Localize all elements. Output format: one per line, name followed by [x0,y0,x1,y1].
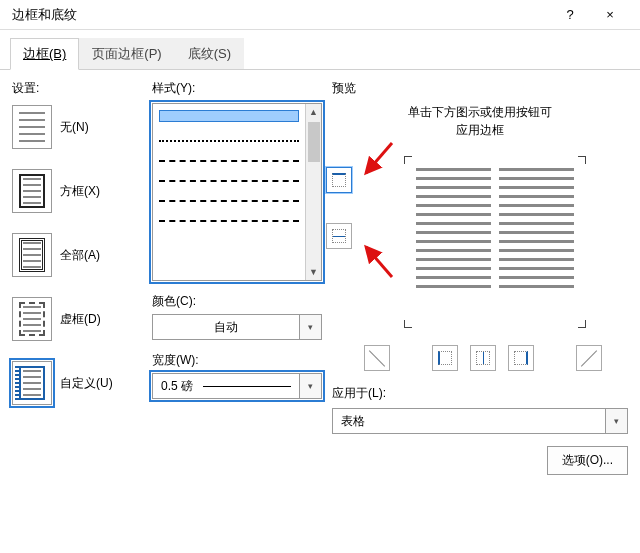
style-scrollbar[interactable]: ▲ ▼ [305,104,321,280]
style-dashdot[interactable] [159,200,299,202]
scroll-up-icon[interactable]: ▲ [309,104,318,120]
width-preview-line [203,386,291,387]
color-dropdown[interactable]: 自动 ▾ [152,314,322,340]
all-icon [12,233,52,277]
settings-column: 设置: 无(N) 方框(X) 全部(A) 虚框(D) [12,80,142,475]
border-left-button[interactable] [432,345,458,371]
chevron-down-icon: ▾ [299,374,321,398]
options-button[interactable]: 选项(O)... [547,446,628,475]
tab-page-border[interactable]: 页面边框(P) [79,38,174,69]
none-icon [12,105,52,149]
chevron-down-icon: ▾ [299,315,321,339]
style-dashed[interactable] [159,180,299,182]
preview-column: 预览 单击下方图示或使用按钮可 应用边框 [332,80,628,475]
preview-hint: 单击下方图示或使用按钮可 应用边框 [332,103,628,139]
border-mid-v-button[interactable] [470,345,496,371]
preview-label: 预览 [332,80,628,97]
setting-none[interactable]: 无(N) [12,105,142,149]
style-dashed-fine[interactable] [159,160,299,162]
tab-borders[interactable]: 边框(B) [10,38,79,70]
setting-box[interactable]: 方框(X) [12,169,142,213]
style-options [153,104,305,280]
width-value: 0.5 磅 [153,374,299,398]
scroll-down-icon[interactable]: ▼ [309,264,318,280]
style-solid[interactable] [159,110,299,122]
titlebar: 边框和底纹 ? × [0,0,640,30]
chevron-down-icon: ▾ [605,409,627,433]
width-label: 宽度(W): [152,352,322,369]
setting-label: 自定义(U) [60,375,113,392]
help-button[interactable]: ? [550,7,590,22]
apply-to-label: 应用于(L): [332,385,628,402]
annotation-arrow-icon [358,139,398,179]
svg-line-1 [366,247,392,277]
border-diag-up-button[interactable] [576,345,602,371]
setting-label: 无(N) [60,119,89,136]
svg-line-0 [366,143,392,173]
apply-to-dropdown[interactable]: 表格 ▾ [332,408,628,434]
bottom-border-buttons [364,345,628,371]
preview-area [362,147,628,337]
setting-label: 虚框(D) [60,311,101,328]
border-right-button[interactable] [508,345,534,371]
tabstrip: 边框(B) 页面边框(P) 底纹(S) [0,30,640,70]
setting-custom[interactable]: 自定义(U) [12,361,142,405]
preview-diagram[interactable] [410,162,580,322]
annotation-arrow-icon [358,241,398,281]
color-label: 颜色(C): [152,293,322,310]
style-dotted[interactable] [159,140,299,142]
setting-label: 方框(X) [60,183,100,200]
close-button[interactable]: × [590,7,630,22]
setting-label: 全部(A) [60,247,100,264]
width-dropdown[interactable]: 0.5 磅 ▾ [152,373,322,399]
box-icon [12,169,52,213]
setting-grid[interactable]: 虚框(D) [12,297,142,341]
style-dashdotdot[interactable] [159,220,299,222]
border-mid-h-button[interactable] [326,223,352,249]
tab-shading[interactable]: 底纹(S) [175,38,244,69]
scroll-thumb[interactable] [308,122,320,162]
grid-icon [12,297,52,341]
custom-icon [12,361,52,405]
style-column: 样式(Y): ▲ ▼ 颜色(C): 自动 ▾ 宽度(W): [152,80,322,475]
window-title: 边框和底纹 [12,6,550,24]
style-label: 样式(Y): [152,80,322,97]
settings-label: 设置: [12,80,142,97]
apply-to-value: 表格 [333,409,605,433]
style-listbox[interactable]: ▲ ▼ [152,103,322,281]
setting-all[interactable]: 全部(A) [12,233,142,277]
color-value: 自动 [153,315,299,339]
border-top-button[interactable] [326,167,352,193]
border-diag-down-button[interactable] [364,345,390,371]
